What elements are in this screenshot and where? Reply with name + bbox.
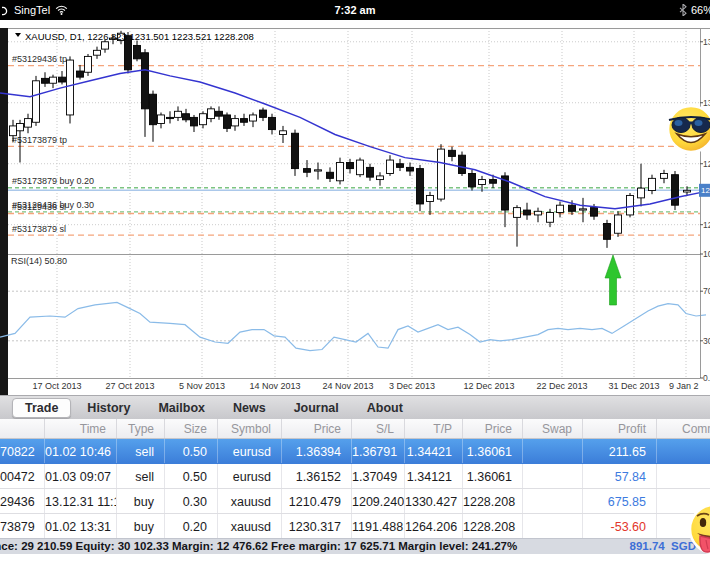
date-axis-label: 31 Dec 2013 <box>608 381 659 391</box>
candle-down <box>604 223 611 239</box>
candle-up <box>514 208 521 218</box>
candle-up <box>232 119 239 126</box>
candle-down <box>347 163 354 169</box>
candle-up <box>158 115 165 124</box>
date-axis-label: 12 Dec 2013 <box>463 381 514 391</box>
candle-down <box>59 77 66 82</box>
candle-up <box>438 149 445 199</box>
candle-down <box>142 53 149 109</box>
candle-down <box>469 173 476 186</box>
cell-sl: 1.37049 <box>352 464 405 488</box>
cell-profit: 57.84 <box>583 464 657 488</box>
rsi-line <box>0 302 706 350</box>
order-line-label: #53173879 sl <box>12 224 66 234</box>
table-row[interactable]: 7387901.02 13:31buy0.20xauusd1230.317119… <box>0 514 710 539</box>
cell-price-open: 1.36152 <box>282 464 352 488</box>
rsi-axis-label: 30 <box>703 336 710 346</box>
candle-up <box>427 195 434 201</box>
tab-history[interactable]: History <box>75 399 142 417</box>
cell-tp: 1330.427 <box>405 489 463 513</box>
candle-down <box>397 164 404 168</box>
tab-news[interactable]: News <box>221 399 278 417</box>
candle-up <box>387 160 394 173</box>
tongue-wink-emoji <box>687 503 710 557</box>
cell-size: 0.50 <box>165 464 218 488</box>
cell-ticket: 73879 <box>0 514 45 538</box>
tab-journal[interactable]: Journal <box>282 399 351 417</box>
candle-up <box>615 215 622 233</box>
mt4-ipad-screen: SingTel 7:32 am 66% #53129436 tp#5317387… <box>0 0 710 575</box>
date-axis-label: 9 Jan 2 <box>669 381 699 391</box>
account-summary-bar: Balance: 29 210.59 Equity: 30 102.33 Mar… <box>0 538 710 554</box>
tab-bar: TradeHistoryMailboxNewsJournalAbout <box>0 395 710 419</box>
candle-down <box>292 133 299 168</box>
candle-up <box>102 42 109 49</box>
cell-symbol: eurusd <box>218 464 282 488</box>
date-axis-label: 17 Oct 2013 <box>32 381 81 391</box>
cell-tp: 1.34121 <box>405 464 463 488</box>
candle-up <box>684 190 691 192</box>
date-axis-label: 27 Oct 2013 <box>105 381 154 391</box>
candle-up <box>200 114 207 125</box>
table-row[interactable]: 2943613.12.31 11:11buy0.30xauusd1210.479… <box>0 489 710 514</box>
chart-dropdown-icon[interactable] <box>15 33 21 37</box>
candle-up <box>557 205 564 212</box>
table-header-row: TimeTypeSizeSymbolPriceS/LT/PPriceSwapPr… <box>0 419 710 439</box>
cell-price-current: 1.36061 <box>463 439 523 463</box>
rsi-axis-label: 10 <box>703 249 710 259</box>
cell-ticket: 70822 <box>0 439 45 463</box>
cell-swap <box>523 464 583 488</box>
col-header-swap: Swap <box>523 419 583 438</box>
cell-profit: -53.60 <box>583 514 657 538</box>
price-axis-label: 12 <box>703 220 710 230</box>
col-header-type: Type <box>117 419 165 438</box>
candle-up <box>357 160 364 175</box>
trades-table: TimeTypeSizeSymbolPriceS/LT/PPriceSwapPr… <box>0 419 710 539</box>
date-axis-label: 24 Nov 2013 <box>322 381 373 391</box>
col-header-time: Time <box>45 419 117 438</box>
cell-time: 01.02 10:46 <box>45 439 117 463</box>
account-summary-text: Balance: 29 210.59 Equity: 30 102.33 Mar… <box>0 540 517 552</box>
status-bar: SingTel 7:32 am 66% <box>0 0 710 20</box>
candle-down <box>407 167 414 171</box>
cell-swap <box>523 489 583 513</box>
cell-ticket: 00472 <box>0 464 45 488</box>
buy-arrow-icon <box>605 255 621 305</box>
cell-comment <box>657 464 710 488</box>
bluetooth-icon <box>679 4 687 16</box>
candle-up <box>479 180 486 185</box>
table-row[interactable]: 0047201.03 09:07sell0.50eurusd1.361521.3… <box>0 464 710 489</box>
candle-up <box>649 178 656 190</box>
candle-up <box>627 195 634 215</box>
candle-down <box>77 71 84 77</box>
cell-time: 13.12.31 11:11 <box>45 489 117 513</box>
candle-down <box>417 169 424 204</box>
cell-sl: 1209.240 <box>352 489 405 513</box>
tab-mailbox[interactable]: Mailbox <box>146 399 217 417</box>
candle-up <box>85 56 92 72</box>
col-header-profit: Profit <box>583 419 657 438</box>
svg-text:1228.21: 1228.21 <box>701 186 710 195</box>
col-header-ticket <box>0 419 45 438</box>
candle-up <box>25 119 32 128</box>
cell-price-current: 1228.208 <box>463 514 523 538</box>
col-header-price-open: Price <box>282 419 352 438</box>
candle-down <box>304 169 311 173</box>
tab-about[interactable]: About <box>355 399 415 417</box>
cell-profit: 211.65 <box>583 439 657 463</box>
col-header-price-current: Price <box>463 419 523 438</box>
candle-down <box>224 115 231 128</box>
cell-ticket: 29436 <box>0 489 45 513</box>
sunglasses-emoji <box>666 104 710 154</box>
table-row[interactable]: 7082201.02 10:46sell0.50eurusd1.363941.3… <box>0 439 710 464</box>
candle-up <box>10 126 17 136</box>
order-line-label: #53129436 tp <box>12 54 67 64</box>
candle-down <box>134 45 141 58</box>
cell-symbol: xauusd <box>218 514 282 538</box>
cell-comment <box>657 439 710 463</box>
cell-time: 01.02 13:31 <box>45 514 117 538</box>
candle-up <box>94 50 101 55</box>
tab-trade[interactable]: Trade <box>12 398 71 418</box>
cell-type: sell <box>117 464 165 488</box>
col-header-symbol: Symbol <box>218 419 282 438</box>
